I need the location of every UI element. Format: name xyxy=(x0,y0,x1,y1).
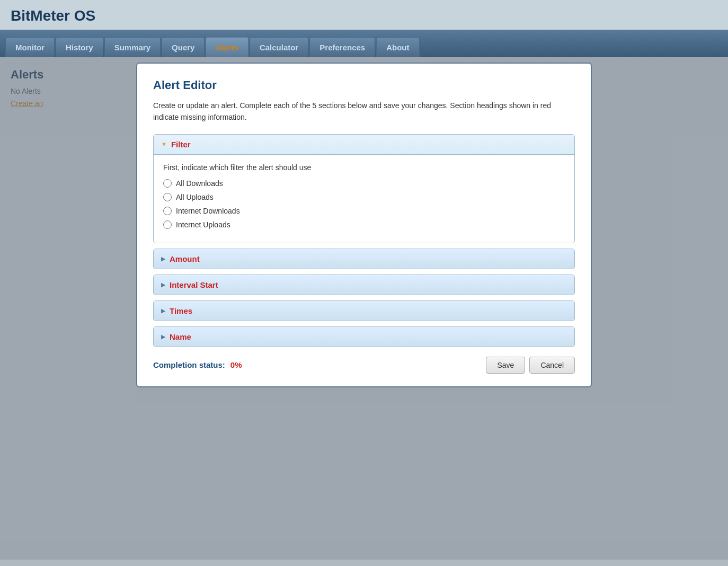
app-header: BitMeter OS xyxy=(0,0,728,30)
interval-start-arrow-icon: ▶ xyxy=(161,281,165,288)
radio-internet-uploads-input[interactable] xyxy=(163,220,172,229)
completion-label: Completion status: xyxy=(153,360,225,369)
nav-bar: Monitor History Summary Query Alerts Cal… xyxy=(0,30,728,57)
filter-section-header[interactable]: ▼ Filter xyxy=(154,135,574,154)
alert-editor-modal: Alert Editor Create or update an alert. … xyxy=(136,63,592,387)
completion-status: Completion status: 0% xyxy=(153,360,242,369)
filter-arrow-icon: ▼ xyxy=(161,141,167,147)
name-arrow-icon: ▶ xyxy=(161,333,165,340)
times-section-title: Times xyxy=(170,306,192,315)
app-title: BitMeter OS xyxy=(11,7,717,24)
times-section: ▶ Times xyxy=(153,300,575,321)
radio-all-uploads[interactable]: All Uploads xyxy=(163,193,565,201)
filter-section: ▼ Filter First, indicate which filter th… xyxy=(153,134,575,243)
filter-instruction: First, indicate which filter the alert s… xyxy=(163,163,565,172)
modal-title: Alert Editor xyxy=(153,78,575,92)
interval-start-section: ▶ Interval Start xyxy=(153,275,575,295)
radio-all-downloads-input[interactable] xyxy=(163,179,172,188)
footer-buttons: Save Cancel xyxy=(486,357,575,374)
cancel-button[interactable]: Cancel xyxy=(529,357,575,374)
radio-all-uploads-input[interactable] xyxy=(163,193,172,201)
name-section: ▶ Name xyxy=(153,326,575,347)
radio-internet-downloads-input[interactable] xyxy=(163,207,172,215)
filter-section-body: First, indicate which filter the alert s… xyxy=(154,154,574,243)
tab-monitor[interactable]: Monitor xyxy=(5,37,55,57)
tab-history[interactable]: History xyxy=(56,37,103,57)
times-arrow-icon: ▶ xyxy=(161,307,165,314)
radio-internet-downloads[interactable]: Internet Downloads xyxy=(163,207,565,215)
save-button[interactable]: Save xyxy=(486,357,525,374)
modal-description: Create or update an alert. Complete each… xyxy=(153,100,575,123)
tab-summary[interactable]: Summary xyxy=(104,37,161,57)
tab-calculator[interactable]: Calculator xyxy=(250,37,308,57)
amount-section: ▶ Amount xyxy=(153,249,575,269)
times-section-header[interactable]: ▶ Times xyxy=(154,301,574,321)
interval-start-section-title: Interval Start xyxy=(170,280,218,289)
main-content: Alerts No Alerts Create an Alert Editor … xyxy=(0,57,728,560)
amount-section-title: Amount xyxy=(170,254,200,263)
amount-arrow-icon: ▶ xyxy=(161,255,165,262)
modal-footer: Completion status: 0% Save Cancel xyxy=(153,357,575,374)
tab-preferences[interactable]: Preferences xyxy=(309,37,375,57)
radio-internet-uploads[interactable]: Internet Uploads xyxy=(163,220,565,229)
name-section-title: Name xyxy=(170,332,191,341)
interval-start-section-header[interactable]: ▶ Interval Start xyxy=(154,275,574,295)
tab-alerts[interactable]: Alerts xyxy=(206,37,248,57)
amount-section-header[interactable]: ▶ Amount xyxy=(154,249,574,269)
tab-about[interactable]: About xyxy=(376,37,419,57)
modal-backdrop: Alert Editor Create or update an alert. … xyxy=(0,57,728,560)
radio-all-downloads[interactable]: All Downloads xyxy=(163,179,565,188)
tab-query[interactable]: Query xyxy=(162,37,205,57)
completion-value: 0% xyxy=(230,360,242,369)
name-section-header[interactable]: ▶ Name xyxy=(154,327,574,347)
filter-section-title: Filter xyxy=(171,140,191,149)
